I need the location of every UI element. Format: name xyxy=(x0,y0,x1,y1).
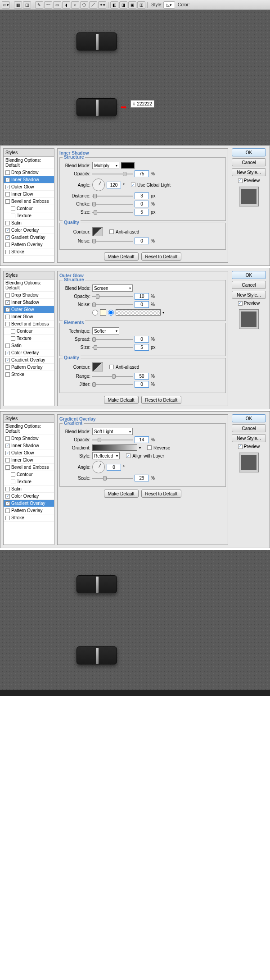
antialiased-checkbox[interactable] xyxy=(109,365,114,369)
style-stroke[interactable]: Stroke xyxy=(4,514,54,522)
align-checkbox[interactable] xyxy=(126,453,130,458)
style-drop-shadow[interactable]: Drop Shadow xyxy=(4,169,54,176)
style-inner-glow[interactable]: Inner Glow xyxy=(4,191,54,198)
ok-button[interactable]: OK xyxy=(232,148,266,156)
subtract-icon[interactable]: ◨ xyxy=(119,1,127,9)
gradient-swatch[interactable] xyxy=(92,444,137,451)
glow-gradient-radio[interactable] xyxy=(108,310,114,316)
style-outer-glow[interactable]: Outer Glow xyxy=(4,449,54,457)
style-texture[interactable]: Texture xyxy=(4,212,54,220)
choke-slider[interactable] xyxy=(92,201,133,207)
opacity-slider[interactable] xyxy=(92,171,133,177)
preview-checkbox[interactable] xyxy=(238,444,243,449)
rect-icon[interactable]: ▭ xyxy=(53,1,61,9)
ok-button[interactable]: OK xyxy=(232,414,266,422)
noise-slider[interactable] xyxy=(92,302,133,308)
style-inner-shadow[interactable]: Inner Shadow xyxy=(4,442,54,449)
style-satin[interactable]: Satin xyxy=(4,485,54,493)
opacity-input[interactable]: 75 xyxy=(135,170,149,177)
path-mode-icon[interactable]: ▦ xyxy=(14,1,22,9)
path-mode2-icon[interactable]: ◫ xyxy=(23,1,31,9)
use-global-light-checkbox[interactable] xyxy=(131,183,135,187)
cancel-button[interactable]: Cancel xyxy=(232,158,266,166)
style-stroke[interactable]: Stroke xyxy=(4,371,54,378)
style-gradient-overlay[interactable]: Gradient Overlay xyxy=(4,500,54,507)
pen-icon[interactable]: ✎ xyxy=(35,1,43,9)
scale-input[interactable]: 29 xyxy=(135,475,149,481)
antialiased-checkbox[interactable] xyxy=(109,229,114,234)
style-swatch[interactable]: ◺▾ xyxy=(163,1,175,9)
exclude-icon[interactable]: ◫ xyxy=(137,1,145,9)
blend-mode-dropdown[interactable]: Screen xyxy=(92,284,133,292)
style-satin[interactable]: Satin xyxy=(4,220,54,227)
style-inner-shadow[interactable]: Inner Shadow xyxy=(4,176,54,183)
new-style-button[interactable]: New Style... xyxy=(232,291,266,299)
contour-picker[interactable] xyxy=(92,227,103,236)
reset-default-button[interactable]: Reset to Default xyxy=(141,490,182,498)
cancel-button[interactable]: Cancel xyxy=(232,424,266,432)
blend-mode-dropdown[interactable]: Soft Light xyxy=(92,428,133,435)
jitter-slider[interactable] xyxy=(92,381,133,388)
opacity-slider[interactable] xyxy=(92,437,133,443)
distance-input[interactable]: 3 xyxy=(135,192,149,199)
style-contour[interactable]: Contour xyxy=(4,471,54,478)
opacity-input[interactable]: 10 xyxy=(135,293,149,300)
scale-slider[interactable] xyxy=(92,475,133,481)
angle-dial[interactable] xyxy=(92,179,105,191)
cancel-button[interactable]: Cancel xyxy=(232,281,266,289)
style-pattern-overlay[interactable]: Pattern Overlay xyxy=(4,507,54,514)
rounded-rect-icon[interactable]: ◖ xyxy=(62,1,70,9)
new-style-button[interactable]: New Style... xyxy=(232,434,266,442)
style-drop-shadow[interactable]: Drop Shadow xyxy=(4,292,54,299)
size-input[interactable]: 5 xyxy=(135,209,149,215)
jitter-input[interactable]: 0 xyxy=(135,381,149,388)
preview-checkbox[interactable] xyxy=(238,179,243,183)
opacity-slider[interactable] xyxy=(92,293,133,300)
style-texture[interactable]: Texture xyxy=(4,478,54,485)
ellipse-icon[interactable]: ○ xyxy=(71,1,79,9)
style-drop-shadow[interactable]: Drop Shadow xyxy=(4,435,54,442)
style-outer-glow[interactable]: Outer Glow xyxy=(4,183,54,191)
style-texture[interactable]: Texture xyxy=(4,335,54,342)
reset-default-button[interactable]: Reset to Default xyxy=(141,252,182,261)
glow-gradient-swatch[interactable] xyxy=(116,309,161,316)
style-stroke[interactable]: Stroke xyxy=(4,248,54,256)
style-color-overlay[interactable]: Color Overlay xyxy=(4,349,54,357)
new-style-button[interactable]: New Style... xyxy=(232,168,266,176)
style-gradient-overlay[interactable]: Gradient Overlay xyxy=(4,357,54,364)
preview-checkbox[interactable] xyxy=(238,301,243,306)
range-slider[interactable] xyxy=(92,373,133,380)
style-color-overlay[interactable]: Color Overlay xyxy=(4,227,54,234)
shape-preset-dropdown[interactable]: ▭▾ xyxy=(2,1,10,9)
angle-dial[interactable] xyxy=(92,461,105,473)
style-pattern-overlay[interactable]: Pattern Overlay xyxy=(4,241,54,248)
style-inner-glow[interactable]: Inner Glow xyxy=(4,313,54,321)
angle-input[interactable]: 120 xyxy=(107,182,121,188)
style-gradient-overlay[interactable]: Gradient Overlay xyxy=(4,234,54,241)
blending-options-row[interactable]: Blending Options: Default xyxy=(4,279,54,292)
make-default-button[interactable]: Make Default xyxy=(104,252,139,261)
noise-input[interactable]: 0 xyxy=(135,301,149,308)
style-contour[interactable]: Contour xyxy=(4,328,54,335)
blend-mode-dropdown[interactable]: Multiply xyxy=(92,162,119,169)
angle-input[interactable]: 0 xyxy=(107,464,121,471)
contour-picker[interactable] xyxy=(92,362,103,371)
style-satin[interactable]: Satin xyxy=(4,342,54,349)
blending-options-row[interactable]: Blending Options: Default xyxy=(4,157,54,169)
freeform-icon[interactable]: 〰 xyxy=(44,1,52,9)
style-contour[interactable]: Contour xyxy=(4,205,54,212)
line-icon[interactable]: ／ xyxy=(89,1,97,9)
distance-slider[interactable] xyxy=(92,193,133,199)
style-bevel[interactable]: Bevel and Emboss xyxy=(4,321,54,328)
noise-input[interactable]: 0 xyxy=(135,238,149,244)
reverse-checkbox[interactable] xyxy=(147,445,152,450)
custom-shape-icon[interactable]: ✦▾ xyxy=(98,1,106,9)
size-slider[interactable] xyxy=(92,209,133,215)
make-default-button[interactable]: Make Default xyxy=(104,396,139,404)
make-default-button[interactable]: Make Default xyxy=(104,490,139,498)
glow-color-radio[interactable] xyxy=(92,310,98,316)
style-inner-shadow[interactable]: Inner Shadow xyxy=(4,299,54,306)
range-input[interactable]: 50 xyxy=(135,373,149,380)
noise-slider[interactable] xyxy=(92,238,133,244)
blending-options-row[interactable]: Blending Options: Default xyxy=(4,423,54,435)
